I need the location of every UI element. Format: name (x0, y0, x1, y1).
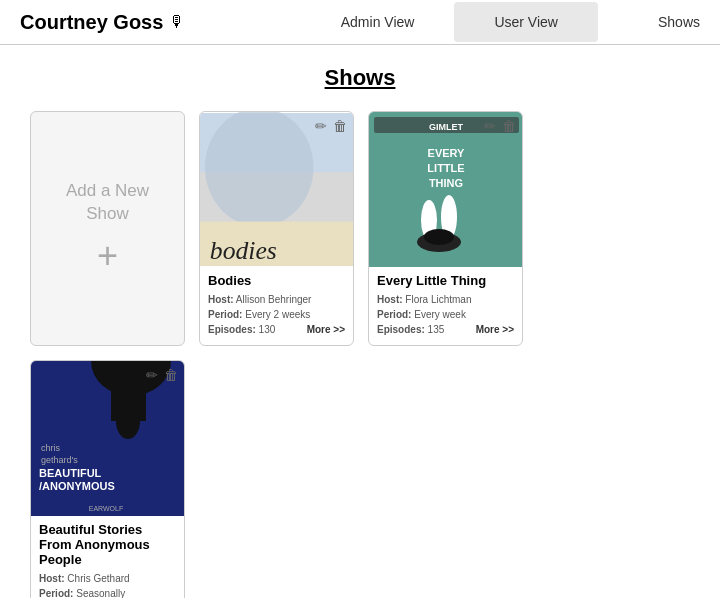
main-nav: Admin View User View Shows (301, 2, 700, 42)
cards-row-1: Add a New Show + ✏ 🗑 bodies Bod (30, 111, 690, 598)
elt-meta: Host: Flora Lichtman Period: Every week … (377, 292, 514, 337)
elt-image: GIMLET EVERY LITTLE THING (369, 112, 522, 267)
svg-text:LITTLE: LITTLE (427, 162, 464, 174)
svg-text:EARWOLF: EARWOLF (89, 505, 124, 512)
bodies-image-wrap: bodies (200, 112, 353, 267)
svg-text:gethard's: gethard's (41, 455, 78, 465)
bodies-more[interactable]: More >> (307, 322, 345, 337)
edit-bsap-button[interactable]: ✏ (146, 367, 158, 383)
shows-nav[interactable]: Shows (658, 14, 700, 30)
delete-bodies-button[interactable]: 🗑 (333, 118, 347, 134)
bodies-title: Bodies (208, 273, 345, 288)
logo: Courtney Goss 🎙 (20, 11, 301, 34)
user-view-nav[interactable]: User View (454, 2, 598, 42)
bsap-info: Beautiful Stories From Anonymous People … (31, 516, 184, 598)
logo-text: Courtney Goss (20, 11, 163, 34)
main-content: Shows Add a New Show + ✏ 🗑 bo (0, 45, 720, 598)
add-show-card[interactable]: Add a New Show + (30, 111, 185, 346)
svg-text:/ANONYMOUS: /ANONYMOUS (39, 480, 115, 492)
bodies-image: bodies (200, 112, 353, 267)
bsap-image: chris gethard's BEAUTIFUL /ANONYMOUS EAR… (31, 361, 184, 516)
svg-text:EVERY: EVERY (428, 147, 466, 159)
delete-bsap-button[interactable]: 🗑 (164, 367, 178, 383)
elt-title: Every Little Thing (377, 273, 514, 288)
elt-more[interactable]: More >> (476, 322, 514, 337)
mic-icon: 🎙 (169, 13, 185, 31)
bodies-info: Bodies Host: Allison Behringer Period: E… (200, 267, 353, 345)
svg-text:GIMLET: GIMLET (429, 122, 463, 132)
svg-text:BEAUTIFUL: BEAUTIFUL (39, 467, 102, 479)
bsap-image-wrap: chris gethard's BEAUTIFUL /ANONYMOUS EAR… (31, 361, 184, 516)
bsap-meta: Host: Chris Gethard Period: Seasonally E… (39, 571, 176, 598)
svg-point-2 (205, 112, 314, 227)
bodies-meta: Host: Allison Behringer Period: Every 2 … (208, 292, 345, 337)
show-card-elt: ✏ 🗑 GIMLET EVERY LITTLE THING (368, 111, 523, 346)
bsap-title: Beautiful Stories From Anonymous People (39, 522, 176, 567)
edit-elt-button[interactable]: ✏ (484, 118, 496, 134)
elt-image-wrap: GIMLET EVERY LITTLE THING (369, 112, 522, 267)
card-actions-elt: ✏ 🗑 (484, 118, 516, 134)
admin-view-nav[interactable]: Admin View (301, 2, 455, 42)
svg-point-18 (116, 403, 140, 439)
card-actions-bsap: ✏ 🗑 (146, 367, 178, 383)
elt-info: Every Little Thing Host: Flora Lichtman … (369, 267, 522, 345)
plus-icon: + (97, 235, 118, 277)
show-card-bsap: ✏ 🗑 chris gethard's BEAUTIFUL /ANONYMOUS… (30, 360, 185, 598)
edit-bodies-button[interactable]: ✏ (315, 118, 327, 134)
svg-point-14 (424, 229, 454, 245)
card-actions-bodies: ✏ 🗑 (315, 118, 347, 134)
add-card-text: Add a New Show (66, 180, 149, 224)
show-card-bodies: ✏ 🗑 bodies Bodies Host: Allison Behringe… (199, 111, 354, 346)
page-title: Shows (30, 65, 690, 91)
svg-text:chris: chris (41, 443, 61, 453)
svg-text:THING: THING (429, 177, 463, 189)
delete-elt-button[interactable]: 🗑 (502, 118, 516, 134)
header: Courtney Goss 🎙 Admin View User View Sho… (0, 0, 720, 45)
svg-text:bodies: bodies (210, 236, 277, 265)
